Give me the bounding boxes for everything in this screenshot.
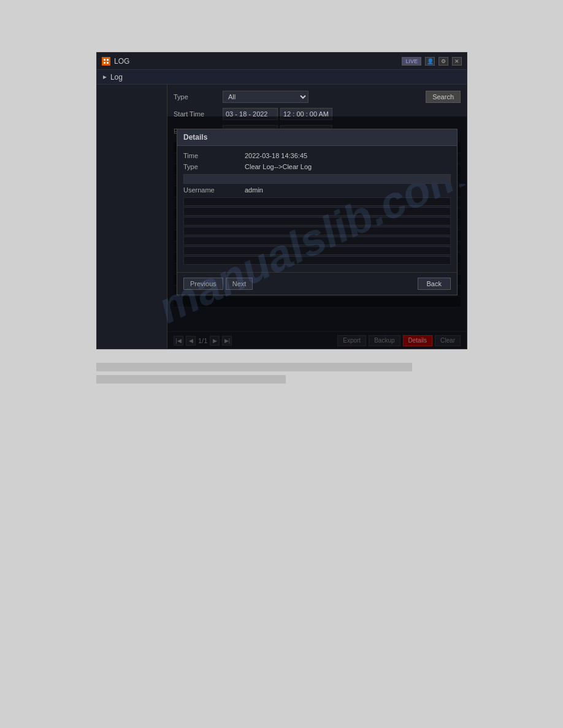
details-overlay: Details Time 2022-03-18 14:36:45 Type Cl… [167, 116, 467, 349]
gray-bars [96, 363, 412, 387]
app-icon [102, 57, 110, 66]
filter-panel: Type All Start Time End Time Search [167, 85, 467, 349]
breadcrumb-arrow: ► [102, 74, 108, 80]
details-body: Time 2022-03-18 14:36:45 Type Clear Log-… [177, 146, 457, 272]
breadcrumb: Log [110, 73, 123, 82]
close-icon[interactable]: ✕ [452, 57, 462, 66]
type-select[interactable]: All [223, 91, 308, 103]
back-button[interactable]: Back [418, 278, 451, 290]
search-button[interactable]: Search [426, 91, 461, 103]
details-time-row: Time 2022-03-18 14:36:45 [183, 152, 451, 159]
title-right: LIVE 👤 ⚙ ✕ [402, 57, 462, 66]
filter-type-row: Type All [174, 91, 461, 103]
gray-bar-2 [96, 375, 286, 384]
details-empty-row [183, 217, 451, 226]
details-type-row: Type Clear Log-->Clear Log [183, 163, 451, 170]
details-empty-row [183, 207, 451, 216]
next-button[interactable]: Next [226, 278, 253, 290]
details-empty-row [183, 246, 451, 255]
type-label: Type [174, 93, 223, 100]
breadcrumb-bar: ► Log [97, 70, 467, 85]
details-username-value: admin [245, 186, 263, 194]
details-empty-row [183, 237, 451, 245]
details-type-value: Clear Log-->Clear Log [245, 163, 312, 170]
main-content: Type All Start Time End Time Search [97, 85, 467, 349]
details-dialog: Details Time 2022-03-18 14:36:45 Type Cl… [177, 129, 458, 295]
details-time-label: Time [183, 152, 245, 159]
details-username-label: Username [183, 186, 245, 194]
live-badge: LIVE [402, 57, 421, 66]
details-title: Details [177, 129, 457, 146]
user-icon[interactable]: 👤 [425, 57, 435, 66]
svg-rect-2 [104, 62, 105, 64]
details-empty-row [183, 227, 451, 235]
svg-rect-1 [107, 59, 109, 61]
details-time-value: 2022-03-18 14:36:45 [245, 152, 307, 159]
details-nav: Previous Next [183, 278, 253, 290]
app-title: LOG [114, 57, 129, 66]
details-type-label: Type [183, 163, 245, 170]
details-footer: Previous Next Back [177, 272, 457, 295]
app-window: LOG LIVE 👤 ⚙ ✕ ► Log Type All [96, 52, 467, 349]
details-separator [183, 174, 451, 184]
svg-rect-0 [104, 59, 105, 61]
title-bar: LOG LIVE 👤 ⚙ ✕ [97, 53, 467, 70]
settings-icon[interactable]: ⚙ [439, 57, 448, 66]
details-empty-row [183, 197, 451, 206]
details-username-row: Username admin [183, 186, 451, 194]
sidebar [97, 85, 167, 349]
title-left: LOG [102, 57, 129, 66]
details-empty-rows [183, 197, 451, 265]
gray-bar-1 [96, 363, 412, 371]
previous-button[interactable]: Previous [183, 278, 223, 290]
svg-rect-3 [107, 62, 109, 64]
details-empty-row [183, 256, 451, 265]
